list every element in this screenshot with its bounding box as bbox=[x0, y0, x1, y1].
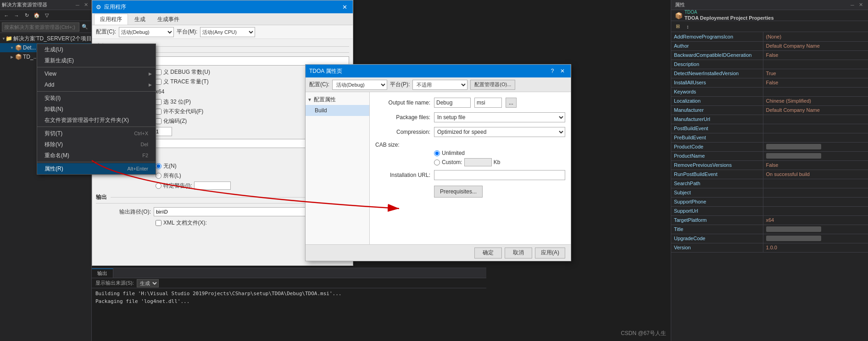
build-dialog-close[interactable]: ✕ bbox=[340, 2, 349, 11]
debug-checkbox[interactable] bbox=[156, 69, 161, 75]
sort-alpha-btn[interactable]: ↕ bbox=[683, 22, 692, 31]
warning-input[interactable] bbox=[154, 127, 172, 136]
menu-item-rename[interactable]: 重命名(M) F2 bbox=[37, 150, 156, 161]
shortcut-rename: F2 bbox=[142, 153, 148, 158]
all-radio[interactable] bbox=[156, 173, 161, 179]
menu-item-install[interactable]: 安装(I) bbox=[37, 93, 156, 104]
tree-solution[interactable]: ▼ 📁 解决方案'TD_SERVER'(2个项目,共 bbox=[0, 34, 91, 43]
filter-button[interactable]: ▽ bbox=[42, 11, 51, 20]
compression-select[interactable]: Optimized for speed bbox=[434, 127, 565, 137]
unlimited-radio[interactable] bbox=[434, 150, 440, 156]
menu-item-open-folder[interactable]: 在文件资源管理器中打开文件夹(X) bbox=[37, 115, 156, 126]
output-source-select[interactable]: 生成 bbox=[137, 279, 159, 287]
tdoa-tree-build[interactable]: Build bbox=[306, 105, 369, 116]
custom-radio[interactable] bbox=[434, 160, 440, 165]
table-row[interactable]: Version1.0.0 bbox=[671, 243, 868, 252]
config-select[interactable]: 活动(Debug) bbox=[119, 27, 174, 37]
search-input[interactable] bbox=[2, 22, 79, 32]
table-row[interactable]: PreBuildEvent bbox=[671, 133, 868, 142]
close-panel-button[interactable]: ✕ bbox=[82, 1, 89, 9]
menu-item-view[interactable]: View bbox=[37, 68, 156, 79]
cancel-btn[interactable]: 取消 bbox=[505, 248, 532, 258]
props-pin-btn[interactable]: ─ bbox=[849, 1, 856, 9]
table-row[interactable]: UpgradeCode bbox=[671, 234, 868, 243]
config-manager-btn[interactable]: 配置管理器(O)... bbox=[470, 80, 515, 90]
table-row[interactable]: AddRemoveProgramsIcon(None) bbox=[671, 32, 868, 41]
table-row[interactable]: SearchPath bbox=[671, 179, 868, 188]
table-row[interactable]: ProductName bbox=[671, 151, 868, 160]
trace-checkbox[interactable] bbox=[156, 79, 161, 85]
home-button[interactable]: 🏠 bbox=[32, 11, 41, 20]
menu-item-properties[interactable]: 属性(R) Alt+Enter bbox=[37, 163, 156, 174]
tab-application[interactable]: 应用程序 bbox=[94, 14, 128, 25]
table-row[interactable]: Subject bbox=[671, 188, 868, 197]
table-row[interactable]: DetectNewerInstalledVersionTrue bbox=[671, 69, 868, 78]
table-row[interactable]: RunPostBuildEventOn successful build bbox=[671, 170, 868, 179]
menu-item-uninstall-label: 卸载(N) bbox=[45, 105, 148, 113]
menu-item-rename-label: 重命名(M) bbox=[45, 152, 142, 160]
table-row[interactable]: TargetPlatformx64 bbox=[671, 215, 868, 225]
unsafe-checkbox[interactable] bbox=[156, 109, 161, 115]
tab-build-events[interactable]: 生成事件 bbox=[152, 14, 185, 25]
no-radio[interactable] bbox=[156, 163, 161, 169]
nav-back-button[interactable]: ← bbox=[2, 11, 11, 20]
prop-name: Version bbox=[671, 243, 763, 252]
platform-select[interactable]: 活动(Any CPU) bbox=[200, 27, 255, 37]
tdoa-tree-parent[interactable]: ▼ 配置属性 bbox=[306, 94, 369, 105]
table-row[interactable]: RemovePreviousVersionsFalse bbox=[671, 160, 868, 170]
package-files-select[interactable]: In setup file bbox=[434, 112, 565, 122]
specific-radio[interactable] bbox=[156, 183, 161, 189]
x32-checkbox[interactable] bbox=[156, 99, 161, 105]
table-row[interactable]: LocalizationChinese (Simplified) bbox=[671, 96, 868, 105]
table-row[interactable]: ProductCode bbox=[671, 142, 868, 151]
table-row[interactable]: SupportUrl bbox=[671, 206, 868, 215]
menu-item-add[interactable]: Add bbox=[37, 79, 156, 90]
prop-name: InstallAllUsers bbox=[671, 78, 763, 87]
xml-doc-checkbox[interactable] bbox=[156, 220, 161, 226]
refresh-button[interactable]: ↻ bbox=[22, 11, 31, 20]
menu-item-cut[interactable]: 剪切(T) Ctrl+X bbox=[37, 128, 156, 139]
installation-url-row: Installation URL: bbox=[375, 170, 565, 180]
table-row[interactable]: ManufacturerDefault Company Name bbox=[671, 105, 868, 115]
table-row[interactable]: PostBuildEvent bbox=[671, 124, 868, 133]
custom-size-input[interactable] bbox=[464, 158, 492, 166]
table-row[interactable]: Description bbox=[671, 60, 868, 69]
specific-input[interactable] bbox=[194, 182, 231, 190]
nav-forward-button[interactable]: → bbox=[12, 11, 21, 20]
table-row[interactable]: Title bbox=[671, 225, 868, 234]
menu-item-remove[interactable]: 移除(V) Del bbox=[37, 139, 156, 150]
sort-category-btn[interactable]: ⊞ bbox=[673, 22, 682, 31]
table-row[interactable]: ManufacturerUrl bbox=[671, 115, 868, 124]
output-tab[interactable]: 输出 bbox=[92, 269, 113, 278]
tab-build[interactable]: 生成 bbox=[129, 14, 151, 25]
separator-1 bbox=[37, 67, 156, 67]
optimize-checkbox[interactable] bbox=[156, 118, 161, 124]
tdoa-question-btn[interactable]: ? bbox=[548, 66, 557, 76]
table-row[interactable]: AuthorDefault Company Name bbox=[671, 41, 868, 50]
pin-button[interactable]: ─ bbox=[74, 1, 81, 9]
prerequisites-btn[interactable]: Prerequisites... bbox=[434, 186, 483, 198]
output-file-input[interactable] bbox=[434, 98, 471, 108]
installation-url-input[interactable] bbox=[434, 170, 565, 180]
props-close-btn[interactable]: ✕ bbox=[857, 1, 864, 9]
apply-btn[interactable]: 应用(A) bbox=[535, 248, 565, 258]
output-file-ext-input[interactable] bbox=[474, 98, 502, 108]
search-row: 🔍 bbox=[0, 21, 91, 33]
props-scroll[interactable]: AddRemoveProgramsIcon(None)AuthorDefault… bbox=[671, 32, 868, 324]
menu-item-build[interactable]: 生成(U) bbox=[37, 44, 156, 55]
prop-name: Subject bbox=[671, 188, 763, 197]
tdoa-config-select[interactable]: 活动(Debug) bbox=[332, 80, 387, 90]
menu-item-rebuild[interactable]: 重新生成(E) bbox=[37, 55, 156, 66]
tdoa-content: Output file name: ... Package files: In … bbox=[370, 92, 571, 244]
context-menu: 生成(U) 重新生成(E) View Add 安装(I) 卸载(N) 在文件资源… bbox=[37, 44, 156, 175]
tdoa-close-btn[interactable]: ✕ bbox=[558, 66, 567, 76]
ok-btn[interactable]: 确定 bbox=[474, 248, 502, 258]
tdoa-platform-select[interactable]: 不适用 bbox=[412, 80, 467, 90]
search-button[interactable]: 🔍 bbox=[80, 22, 89, 32]
table-row[interactable]: BackwardCompatibleIDGenerationFalse bbox=[671, 50, 868, 60]
output-file-browse-btn[interactable]: ... bbox=[506, 98, 517, 108]
table-row[interactable]: InstallAllUsersFalse bbox=[671, 78, 868, 87]
table-row[interactable]: Keywords bbox=[671, 87, 868, 96]
menu-item-uninstall[interactable]: 卸载(N) bbox=[37, 104, 156, 115]
table-row[interactable]: SupportPhone bbox=[671, 197, 868, 206]
